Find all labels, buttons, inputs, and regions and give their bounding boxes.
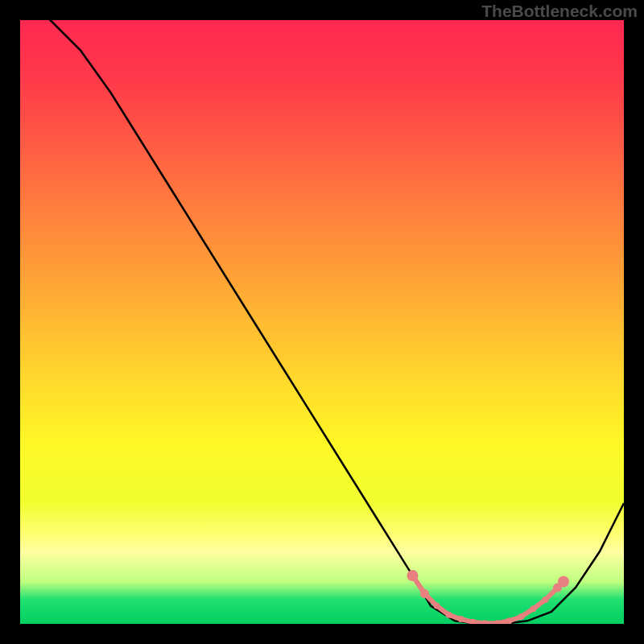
- highlight-point: [506, 617, 513, 624]
- plot-area: [20, 20, 624, 624]
- highlight-point: [482, 620, 489, 624]
- highlight-point: [518, 613, 525, 620]
- chart-svg: [20, 20, 624, 624]
- highlight-point: [434, 603, 440, 609]
- watermark-text: TheBottleneck.com: [481, 2, 638, 21]
- highlight-point: [558, 576, 569, 588]
- highlight-point: [407, 570, 419, 581]
- highlight-point: [446, 612, 452, 618]
- highlight-point: [458, 616, 464, 622]
- chart-container: TheBottleneck.com: [0, 0, 644, 644]
- main-curve-line: [20, 20, 624, 624]
- highlight-point: [420, 589, 429, 598]
- highlight-point: [543, 597, 549, 603]
- highlight-point: [530, 605, 537, 612]
